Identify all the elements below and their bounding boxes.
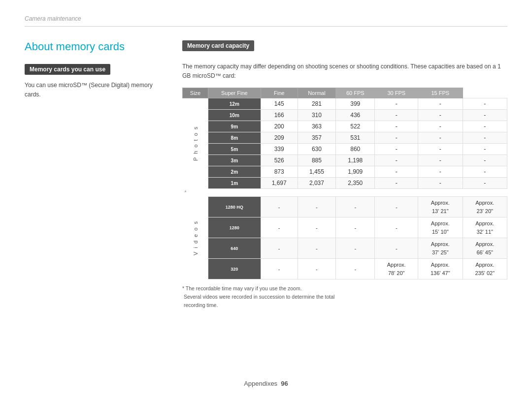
photos-group-label: P h o t o s [183, 98, 208, 189]
data-cell: - [418, 144, 463, 155]
data-cell: - [418, 110, 463, 121]
data-cell: - [463, 178, 507, 189]
data-cell: - [463, 132, 507, 144]
table-row: 8m209357531--- [183, 132, 507, 144]
data-cell: - [261, 197, 298, 217]
right-section-intro: The memory capacity may differ depending… [182, 62, 507, 81]
th-superfine: Super Fine [208, 88, 261, 98]
th-size: Size [183, 88, 208, 98]
data-cell: 885 [298, 155, 335, 166]
data-cell: Approx. 15' 10" [418, 217, 463, 238]
footer-label: Appendixes [244, 380, 277, 387]
table-row: V i d e o s1280 HQ----Approx. 13' 21"App… [183, 197, 507, 217]
data-cell: - [375, 178, 418, 189]
icon-cell: 10m [208, 110, 261, 121]
capacity-table: Size Super Fine Fine Normal 60 FPS 30 FP… [182, 88, 507, 279]
data-cell: - [336, 238, 375, 259]
data-cell: 873 [261, 166, 298, 178]
data-cell: 1,455 [298, 166, 335, 178]
table-row: 1m1,6972,0372,350--- [183, 178, 507, 189]
table-row: 640----Approx. 37' 25"Approx. 66' 45" [183, 238, 507, 259]
data-cell: - [336, 197, 375, 217]
th-fps30: 30 FPS [375, 88, 418, 98]
data-cell: 522 [336, 121, 375, 132]
data-cell: Approx. 235' 02" [463, 259, 507, 279]
content-area: About memory cards Memory cards you can … [25, 40, 507, 309]
data-cell: - [463, 110, 507, 121]
data-cell: 531 [336, 132, 375, 144]
data-cell: - [375, 217, 418, 238]
data-cell: 281 [298, 98, 335, 110]
icon-cell: 1280 HQ [208, 197, 261, 217]
data-cell: 630 [298, 144, 335, 155]
right-section-header: Memory card capacity [182, 40, 254, 51]
data-cell: 200 [261, 121, 298, 132]
breadcrumb-area: Camera maintenance [25, 15, 507, 27]
icon-cell: 12m [208, 98, 261, 110]
data-cell: - [418, 166, 463, 178]
table-row: 9m200363522--- [183, 121, 507, 132]
data-cell: - [463, 155, 507, 166]
data-cell: 209 [261, 132, 298, 144]
data-cell: 2,350 [336, 178, 375, 189]
separator-cell: * [183, 189, 507, 197]
data-cell: 1,909 [336, 166, 375, 178]
data-cell: - [336, 259, 375, 279]
data-cell: - [463, 121, 507, 132]
data-cell: - [375, 197, 418, 217]
table-row: 10m166310436--- [183, 110, 507, 121]
data-cell: - [463, 166, 507, 178]
breadcrumb: Camera maintenance [25, 15, 81, 22]
data-cell: - [298, 238, 335, 259]
data-cell: - [261, 259, 298, 279]
page-main-title: About memory cards [25, 40, 163, 53]
data-cell: Approx. 23' 20" [463, 197, 507, 217]
data-cell: 436 [336, 110, 375, 121]
page-container: Camera maintenance About memory cards Me… [0, 0, 532, 401]
data-cell: - [418, 98, 463, 110]
footer-page: 96 [281, 380, 288, 387]
data-cell: 860 [336, 144, 375, 155]
data-cell: - [375, 166, 418, 178]
left-column: About memory cards Memory cards you can … [25, 40, 163, 309]
icon-cell: 9m [208, 121, 261, 132]
data-cell: - [375, 144, 418, 155]
footnote-3: recording time. [182, 301, 507, 309]
data-cell: 310 [298, 110, 335, 121]
data-cell: - [463, 98, 507, 110]
icon-cell: 320 [208, 259, 261, 279]
data-cell: - [418, 155, 463, 166]
videos-group-label: V i d e o s [183, 197, 208, 279]
data-cell: 166 [261, 110, 298, 121]
data-cell: Approx. 78' 20" [375, 259, 418, 279]
th-fine: Fine [261, 88, 298, 98]
data-cell: - [261, 217, 298, 238]
data-cell: 339 [261, 144, 298, 155]
data-cell: 145 [261, 98, 298, 110]
data-cell: - [375, 121, 418, 132]
page-footer: Appendixes 96 [0, 380, 532, 387]
data-cell: - [298, 197, 335, 217]
data-cell: - [375, 110, 418, 121]
data-cell: - [298, 259, 335, 279]
data-cell: Approx. 136' 47" [418, 259, 463, 279]
table-row: 2m8731,4551,909--- [183, 166, 507, 178]
data-cell: 399 [336, 98, 375, 110]
right-column: Memory card capacity The memory capacity… [182, 40, 507, 309]
table-row: 320---Approx. 78' 20"Approx. 136' 47"App… [183, 259, 507, 279]
footnote-1: * The recordable time may vary if you us… [182, 284, 507, 293]
icon-cell: 3m [208, 155, 261, 166]
data-cell: - [418, 132, 463, 144]
data-cell: - [261, 238, 298, 259]
data-cell: - [336, 217, 375, 238]
data-cell: - [418, 121, 463, 132]
data-cell: 363 [298, 121, 335, 132]
left-section-header: Memory cards you can use [25, 64, 110, 75]
table-row: 3m5268851,198--- [183, 155, 507, 166]
data-cell: 1,697 [261, 178, 298, 189]
data-cell: - [375, 238, 418, 259]
icon-cell: 640 [208, 238, 261, 259]
data-cell: - [375, 98, 418, 110]
table-row: 1280----Approx. 15' 10"Approx. 32' 11" [183, 217, 507, 238]
data-cell: 526 [261, 155, 298, 166]
